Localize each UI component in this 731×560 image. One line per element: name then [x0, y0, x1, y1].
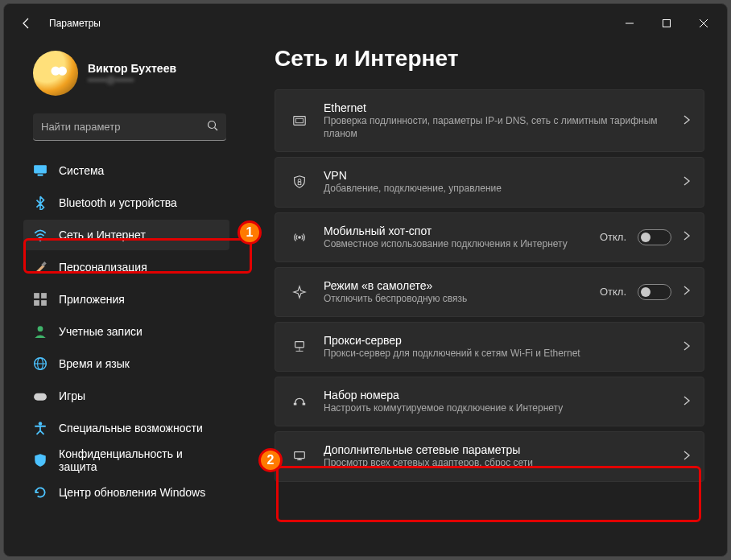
- svg-rect-5: [38, 175, 43, 176]
- chevron-right-icon: [683, 230, 691, 244]
- gamepad-icon: [33, 389, 47, 403]
- svg-rect-26: [294, 403, 297, 406]
- sidebar-item-10[interactable]: Центр обновления Windows: [23, 477, 229, 508]
- search-input[interactable]: [41, 121, 207, 133]
- settings-window: Параметры Виктор Бухтеев ••••••@•••••• С…: [3, 3, 728, 557]
- sidebar-item-3[interactable]: Персонализация: [23, 252, 229, 282]
- setting-card-4[interactable]: Прокси-серверПрокси-сервер для подключен…: [275, 322, 704, 372]
- svg-point-2: [209, 121, 216, 128]
- card-desc: Прокси-сервер для подключений к сетям Wi…: [324, 347, 670, 360]
- svg-rect-4: [34, 165, 47, 173]
- svg-rect-23: [295, 342, 304, 348]
- svg-rect-18: [294, 117, 305, 126]
- sidebar-item-label: Игры: [59, 389, 85, 402]
- bluetooth-icon: [33, 196, 47, 210]
- nav-list: СистемаBluetooth и устройстваСеть и Инте…: [23, 155, 229, 508]
- svg-line-3: [215, 127, 218, 130]
- sidebar-item-0[interactable]: Система: [23, 155, 229, 186]
- airplane-icon: [288, 285, 311, 299]
- card-title: Ethernet: [324, 101, 670, 114]
- update-icon: [33, 485, 47, 500]
- back-button[interactable]: [14, 10, 39, 36]
- display-icon: [33, 163, 47, 178]
- sidebar-item-label: Центр обновления Windows: [59, 486, 205, 499]
- profile-block[interactable]: Виктор Бухтеев ••••••@••••••: [14, 43, 236, 110]
- chevron-right-icon: [683, 340, 691, 354]
- sidebar-item-label: Конфиденциальность и защита: [59, 447, 220, 473]
- sidebar-item-label: Система: [59, 164, 104, 177]
- minimize-button[interactable]: [611, 8, 648, 39]
- chevron-right-icon: [683, 114, 691, 128]
- svg-rect-9: [41, 293, 47, 299]
- sidebar-item-label: Специальные возможности: [59, 422, 203, 434]
- card-title: Режим «в самолете»: [324, 279, 587, 292]
- dialup-icon: [288, 394, 311, 409]
- toggle-switch[interactable]: [638, 229, 671, 245]
- sidebar-item-label: Приложения: [59, 293, 125, 306]
- sidebar-item-8[interactable]: Специальные возможности: [23, 413, 229, 443]
- card-list: EthernetПроверка подлинности, параметры …: [275, 89, 704, 482]
- card-desc: Совместное использование подключения к И…: [324, 237, 587, 250]
- setting-card-1[interactable]: VPNДобавление, подключение, управление: [275, 157, 704, 207]
- page-title: Сеть и Интернет: [275, 46, 704, 72]
- ethernet-icon: [288, 113, 311, 128]
- vpn-icon: [288, 175, 311, 189]
- svg-rect-11: [41, 300, 47, 306]
- sidebar-item-6[interactable]: Время и язык: [23, 348, 229, 379]
- search-box[interactable]: [33, 113, 226, 141]
- maximize-button[interactable]: [648, 8, 685, 39]
- sidebar-item-label: Время и язык: [59, 357, 130, 370]
- sidebar-item-9[interactable]: Конфиденциальность и защита: [23, 445, 229, 476]
- svg-point-17: [39, 422, 43, 426]
- titlebar: Параметры: [4, 4, 727, 43]
- card-title: Дополнительные сетевые параметры: [324, 443, 670, 456]
- setting-card-0[interactable]: EthernetПроверка подлинности, параметры …: [275, 89, 704, 152]
- svg-rect-10: [34, 300, 39, 306]
- setting-card-3[interactable]: Режим «в самолете»Отключить беспроводную…: [275, 267, 704, 317]
- svg-point-20: [298, 179, 301, 183]
- window-title: Параметры: [49, 18, 101, 29]
- main-content: Сеть и Интернет EthernetПроверка подлинн…: [246, 43, 727, 556]
- card-desc: Отключить беспроводную связь: [324, 292, 587, 305]
- sidebar-item-2[interactable]: Сеть и Интернет: [23, 220, 229, 250]
- wifi-icon: [33, 228, 47, 242]
- svg-rect-28: [295, 452, 305, 459]
- card-title: Прокси-сервер: [324, 334, 670, 347]
- hotspot-icon: [288, 230, 311, 245]
- proxy-icon: [288, 340, 311, 354]
- advanced-icon: [288, 449, 311, 463]
- profile-email: ••••••@••••••: [88, 75, 176, 84]
- avatar: [33, 51, 78, 96]
- svg-rect-8: [34, 293, 39, 299]
- svg-rect-19: [296, 118, 304, 122]
- sidebar-item-label: Сеть и Интернет: [59, 229, 146, 241]
- chevron-right-icon: [683, 395, 691, 409]
- sidebar-item-5[interactable]: Учетные записи: [23, 316, 229, 347]
- card-title: Мобильный хот-спот: [324, 224, 587, 237]
- toggle-switch[interactable]: [638, 284, 671, 300]
- toggle-state: Откл.: [600, 231, 626, 243]
- card-title: VPN: [324, 169, 670, 182]
- svg-rect-1: [663, 20, 671, 27]
- sidebar-item-4[interactable]: Приложения: [23, 284, 229, 315]
- brush-icon: [33, 260, 47, 274]
- profile-name: Виктор Бухтеев: [88, 62, 176, 75]
- sidebar-item-1[interactable]: Bluetooth и устройства: [23, 187, 229, 218]
- svg-point-22: [298, 236, 301, 239]
- setting-card-2[interactable]: Мобильный хот-спотСовместное использован…: [275, 212, 704, 262]
- card-desc: Настроить коммутируемое подключение к Ин…: [324, 401, 670, 414]
- search-icon: [207, 120, 218, 134]
- apps-icon: [33, 292, 47, 307]
- chevron-right-icon: [683, 450, 691, 463]
- sidebar: Виктор Бухтеев ••••••@•••••• СистемаBlue…: [4, 43, 246, 556]
- setting-card-6[interactable]: Дополнительные сетевые параметрыПросмотр…: [275, 431, 704, 481]
- card-desc: Проверка подлинности, параметры IP-и DNS…: [324, 114, 670, 140]
- card-desc: Добавление, подключение, управление: [324, 182, 670, 195]
- close-button[interactable]: [685, 8, 722, 39]
- sidebar-item-7[interactable]: Игры: [23, 381, 229, 411]
- chevron-right-icon: [683, 175, 691, 189]
- card-desc: Просмотр всех сетевых адаптеров, сброс с…: [324, 456, 670, 469]
- setting-card-5[interactable]: Набор номераНастроить коммутируемое подк…: [275, 377, 704, 426]
- svg-rect-27: [303, 403, 306, 406]
- svg-rect-16: [34, 393, 47, 401]
